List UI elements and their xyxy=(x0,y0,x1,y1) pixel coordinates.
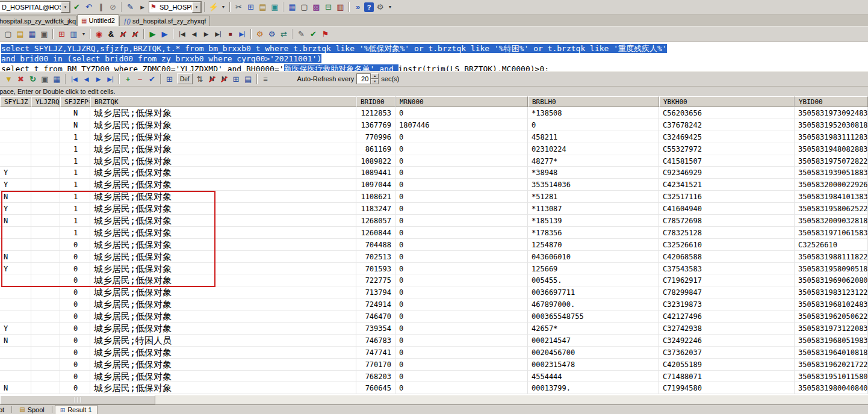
grid-cell-ybid00[interactable]: 35058319390518831 xyxy=(795,167,868,179)
grid-cell-yljzrq[interactable] xyxy=(31,119,60,131)
table-row[interactable]: 0 城乡居民;低保对象 746470 0 000365548755 C42127… xyxy=(0,310,868,323)
grid-cell-brblh0[interactable]: 000365548755 xyxy=(528,310,659,323)
grid-cell-ybid00[interactable]: 35058319841013837 xyxy=(795,191,868,203)
spin-up-icon[interactable]: ▴ xyxy=(371,73,379,79)
post-changes-icon[interactable]: ✔ xyxy=(146,73,158,85)
grid-cell-brblh0[interactable]: 000214547 xyxy=(528,335,659,347)
grid-cell-ybid00[interactable]: 35058319750728222 xyxy=(795,155,868,167)
session-gear-icon[interactable]: ⚙ xyxy=(266,28,277,40)
column-header-sfjzfp[interactable]: SFJZFP▽ xyxy=(60,96,90,107)
grid-cell-brztqk[interactable]: 城乡居民;低保对象 xyxy=(90,323,356,335)
grid-cell-brid00[interactable]: 713794 xyxy=(356,286,395,298)
grid-cell-mrn000[interactable]: 0 xyxy=(395,167,528,179)
grid-cell-yljzrq[interactable] xyxy=(31,227,60,239)
connection-combo[interactable]: D_HOSPITAL@HOSPITAL ▼ xyxy=(0,1,70,13)
table-row[interactable]: N 0 城乡居民;低保对象 760645 0 00013799. C719945… xyxy=(0,382,868,394)
grid-cell-mrn000[interactable]: 0 xyxy=(395,191,528,203)
schema-dropdown-icon[interactable]: ▼ xyxy=(192,2,201,13)
grid-cell-sfyljz[interactable]: N xyxy=(0,335,31,347)
table-row[interactable]: 0 城乡居民;低保对象 770170 0 0002315478 C4205518… xyxy=(0,359,868,371)
grid-cell-brztqk[interactable]: 城乡居民;低保对象 xyxy=(90,239,356,251)
table-row[interactable]: Y 0 城乡居民;低保对象 701593 0 125669 C37543583 … xyxy=(0,263,868,275)
filter-icon[interactable]: ▼ xyxy=(3,73,14,85)
connection-dropdown-icon[interactable]: ▼ xyxy=(61,2,70,13)
table-row[interactable]: N 1 城乡居民;低保对象 1268057 0 *185139 C7857269… xyxy=(0,215,868,227)
table-row[interactable]: N 0 城乡居民;特困人员 746783 0 000214547 C324922… xyxy=(0,335,868,347)
grid-cell-sfyljz[interactable]: Y xyxy=(0,203,31,215)
grid-cell-mrn000[interactable]: 0 xyxy=(395,298,528,310)
grid-cell-brblh0[interactable]: 353514036 xyxy=(528,179,659,191)
grid-cell-sfjzfp[interactable]: 0 xyxy=(60,335,90,347)
grid-cell-brztqk[interactable]: 城乡居民;低保对象 xyxy=(90,203,356,215)
grid-cell-brztqk[interactable]: 城乡居民;低保对象 xyxy=(90,263,356,275)
grid-cell-sfyljz[interactable] xyxy=(0,131,31,143)
record-view-icon[interactable]: ▤ xyxy=(243,73,254,85)
column-header-brblh0[interactable]: BRBLH0 xyxy=(528,96,659,107)
grid-cell-mrn000[interactable]: 0 xyxy=(395,155,528,167)
table-row[interactable]: 0 城乡居民;低保对象 713794 0 0036697711 C7829984… xyxy=(0,286,868,298)
column-header-sfyljz[interactable]: SFYLJZ xyxy=(0,96,31,107)
grid-cell-yljzrq[interactable] xyxy=(31,167,60,179)
grid-cell-brid00[interactable]: 861169 xyxy=(356,143,395,155)
grid-cell-brblh0[interactable]: 42657* xyxy=(528,323,659,335)
grid-cell-mrn000[interactable]: 0 xyxy=(395,203,528,215)
grid-cell-sfjzfp[interactable]: 1 xyxy=(60,143,90,155)
grid-cell-mrn000[interactable]: 0 xyxy=(395,143,528,155)
settings-icon[interactable]: ⚙ xyxy=(374,1,386,13)
edit-session-icon[interactable]: ✎ xyxy=(125,1,136,13)
grid-cell-ybid00[interactable]: 35058319731220831 xyxy=(795,323,868,335)
grid-cell-ybkh00[interactable]: C32469425 xyxy=(659,131,795,143)
sql-editor[interactable]: select SFYLJZ,YLJZRQ,sfjzfp,BRZTQK,t.* f… xyxy=(0,42,868,71)
grid-cell-brid00[interactable]: 770996 xyxy=(356,131,395,143)
grid-cell-mrn000[interactable]: 0 xyxy=(395,382,528,394)
grid-cell-sfjzfp[interactable]: 1 xyxy=(60,227,90,239)
grid-cell-yljzrq[interactable] xyxy=(31,179,60,191)
options-gear-icon[interactable]: ⚙ xyxy=(254,28,265,40)
grid-cell-brblh0[interactable]: *51281 xyxy=(528,191,659,203)
grid-cell-brztqk[interactable]: 城乡居民;低保对象 xyxy=(90,119,356,131)
grid-cell-brblh0[interactable]: 467897000. xyxy=(528,298,659,310)
grid-cell-ybkh00[interactable]: C37678242 xyxy=(659,119,795,131)
grid-cell-sfjzfp[interactable]: 0 xyxy=(60,263,90,275)
save-results-icon[interactable]: ▦ xyxy=(51,73,63,85)
horizontal-scrollbar-thumb[interactable] xyxy=(0,395,155,404)
execute-query-icon[interactable]: ⚡ xyxy=(208,1,219,13)
grid-cell-brblh0[interactable]: *178356 xyxy=(528,227,659,239)
column-header-yljzrq[interactable]: YLJZRQ xyxy=(31,96,60,107)
grid-cell-brblh0[interactable]: 125669 xyxy=(528,263,659,275)
grid-cell-brztqk[interactable]: 城乡居民;低保对象 xyxy=(90,143,356,155)
grid-cell-sfjzfp[interactable]: 0 xyxy=(60,298,90,310)
grid-cell-brztqk[interactable]: 城乡居民;低保对象 xyxy=(90,179,356,191)
grid-cell-brztqk[interactable]: 城乡居民;低保对象 xyxy=(90,347,356,359)
grid-cell-ybid00[interactable]: 35058320000229264 xyxy=(795,179,868,191)
grid-cell-brblh0[interactable]: 02310224 xyxy=(528,143,659,155)
grid-cell-brid00[interactable]: 747741 xyxy=(356,347,395,359)
previous-record-icon[interactable]: ◀ xyxy=(188,28,200,40)
commit-icon[interactable]: ✔ xyxy=(71,1,82,13)
table-row[interactable]: N 0 城乡居民;低保对象 702513 0 043606010 C420685… xyxy=(0,251,868,263)
grid-cell-mrn000[interactable]: 0 xyxy=(395,310,528,323)
grid-cell-yljzrq[interactable] xyxy=(31,298,60,310)
grid-cell-sfyljz[interactable]: N xyxy=(0,215,31,227)
grid-cell-sfjzfp[interactable]: 1 xyxy=(60,215,90,227)
grid-cell-ybkh00[interactable]: C32492246 xyxy=(659,335,795,347)
grid-cell-mrn000[interactable]: 0 xyxy=(395,131,528,143)
column-header-ybkh00[interactable]: YBKH00 xyxy=(659,96,795,107)
cut-icon[interactable]: ✂ xyxy=(233,1,244,13)
grid-cell-ybkh00[interactable]: C71962917 xyxy=(659,274,795,286)
fetch-all-icon[interactable]: ▶| xyxy=(237,28,248,40)
table-row[interactable]: 1 城乡居民;低保对象 1089822 0 48277* C41581507 3… xyxy=(0,155,868,167)
table-row[interactable]: Y 1 城乡居民;低保对象 1097044 0 353514036 C42341… xyxy=(0,179,868,191)
grid-cell-brztqk[interactable]: 城乡居民;低保对象 xyxy=(90,155,356,167)
spin-down-icon[interactable]: ▾ xyxy=(371,79,379,84)
grid-cell-ybkh00[interactable]: C42127496 xyxy=(659,310,795,323)
grid-cell-mrn000[interactable]: 0 xyxy=(395,251,528,263)
grid-cell-brid00[interactable]: 724914 xyxy=(356,298,395,310)
grid-cell-sfyljz[interactable] xyxy=(0,286,31,298)
grid-cell-sfjzfp[interactable]: 1 xyxy=(60,203,90,215)
grid-cell-brid00[interactable]: 1108621 xyxy=(356,191,395,203)
last-record-icon[interactable]: ▶| xyxy=(212,28,224,40)
grid-cell-sfjzfp[interactable]: 0 xyxy=(60,382,90,394)
grid-cell-sfyljz[interactable] xyxy=(0,347,31,359)
grid-cell-sfyljz[interactable] xyxy=(0,239,31,251)
